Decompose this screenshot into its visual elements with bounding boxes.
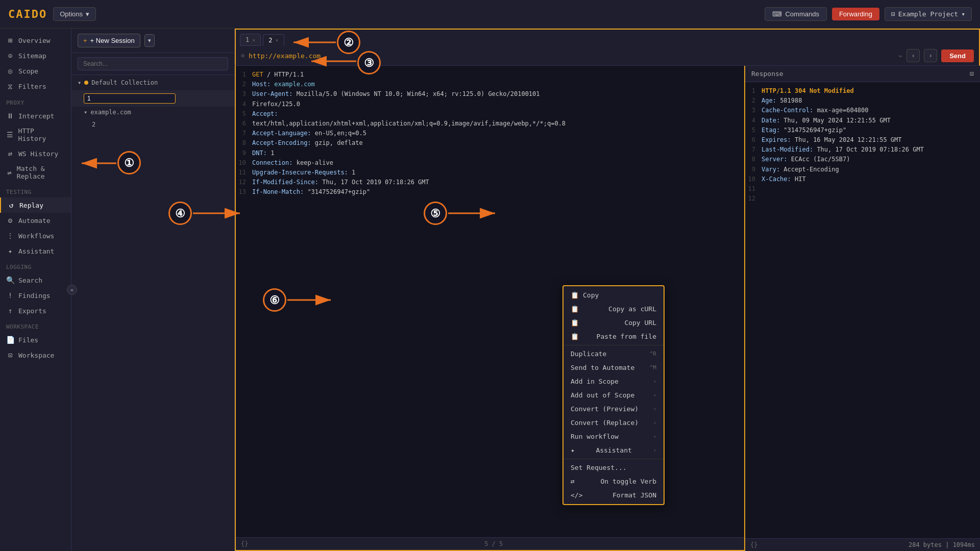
- request-item-1[interactable]: [71, 90, 234, 107]
- scope-icon: ◎: [6, 67, 14, 75]
- context-item-convert-preview[interactable]: Convert (Preview) ›: [564, 402, 664, 416]
- context-item-paste-file[interactable]: 📋 Paste from file: [564, 330, 664, 343]
- tab-1[interactable]: 1 ✕: [240, 34, 261, 46]
- context-item-duplicate[interactable]: Duplicate ^R: [564, 347, 664, 361]
- sidebar-item-intercept[interactable]: ⏸ Intercept: [0, 108, 71, 123]
- code-line: 7 Accept-Language: en-US,en;q=0.5: [236, 129, 744, 138]
- set-request-label: Set Request...: [571, 464, 627, 471]
- expand-icon[interactable]: ⊡: [970, 70, 974, 78]
- logging-section-label: Logging: [0, 259, 71, 272]
- content-area: 1 ✕ 2 ✕ ⊙ http://example.com ✏ ‹ › Send: [235, 29, 980, 551]
- request-item-2[interactable]: 2: [71, 118, 234, 131]
- send-button[interactable]: Send: [941, 49, 974, 62]
- code-line: 12 If-Modified-Since: Thu, 17 Oct 2019 0…: [236, 178, 744, 187]
- duplicate-label: Duplicate: [571, 350, 606, 358]
- tab-2-close-icon[interactable]: ✕: [276, 37, 279, 43]
- sidebar-item-files[interactable]: 📄 Files: [0, 332, 71, 347]
- sidebar-item-automate[interactable]: ⚙ Automate: [0, 213, 71, 228]
- copy-url-icon: 📋: [571, 319, 579, 327]
- collection-header[interactable]: ▾ Default Collection: [71, 75, 234, 90]
- session-search-input[interactable]: [78, 57, 228, 70]
- arrow-icon: ›: [653, 392, 656, 398]
- request-code-area[interactable]: 1 GET / HTTP/1.1 2 Host: example.com 3 U…: [236, 66, 744, 537]
- nav-next-button[interactable]: ›: [924, 49, 937, 62]
- run-workflow-label: Run workflow: [571, 433, 619, 440]
- code-line: 2 Host: example.com: [236, 80, 744, 89]
- context-item-run-workflow[interactable]: Run workflow ›: [564, 430, 664, 443]
- sidebar-item-scope[interactable]: ◎ Scope: [0, 63, 71, 79]
- assistant-label: Assistant: [596, 446, 631, 454]
- sidebar-item-workflows[interactable]: ⋮ Workflows: [0, 228, 71, 243]
- findings-icon: !: [6, 291, 14, 299]
- tab-1-close-icon[interactable]: ✕: [252, 37, 255, 43]
- context-item-send-automate[interactable]: Send to Automate ^M: [564, 361, 664, 374]
- sidebar-item-overview[interactable]: ⊞ Overview: [0, 33, 71, 48]
- sidebar-item-replay[interactable]: ↺ Replay: [0, 197, 71, 213]
- response-code-area[interactable]: 1 HTTP/1.1 304 Not Modified 2 Age: 58198…: [745, 82, 980, 538]
- host-group-example[interactable]: ▾ example.com: [71, 107, 234, 118]
- context-item-copy-url[interactable]: 📋 Copy URL: [564, 316, 664, 330]
- project-selector[interactable]: ⊡ Example Project ▾: [885, 7, 972, 21]
- response-header: Response ⊡: [745, 66, 980, 82]
- new-session-button[interactable]: + + New Session: [78, 34, 140, 47]
- context-item-copy-curl[interactable]: 📋 Copy as cURL: [564, 302, 664, 316]
- response-size-time: 284 bytes | 1094ms: [909, 541, 975, 548]
- assistant-icon: ✦: [6, 247, 14, 255]
- context-item-assistant[interactable]: ✦ Assistant ›: [564, 443, 664, 457]
- url-clock-icon: ⊙: [241, 52, 244, 59]
- context-item-add-scope[interactable]: Add in Scope ›: [564, 374, 664, 388]
- context-item-toggle-verb[interactable]: ⇄ On toggle Verb: [564, 474, 664, 488]
- context-item-copy[interactable]: 📋 Copy: [564, 288, 664, 302]
- code-line: 9 DNT: 1: [236, 148, 744, 158]
- sidebar-item-exports[interactable]: ↑ Exports: [0, 303, 71, 318]
- code-line: 11: [745, 184, 980, 194]
- sidebar-item-label: Automate: [18, 217, 51, 224]
- topbar-right: ⌨ Commands Forwarding ⊡ Example Project …: [765, 7, 972, 21]
- session-header: + + New Session ▾: [71, 29, 234, 53]
- proxy-section-label: Proxy: [0, 94, 71, 108]
- sidebar-collapse-button[interactable]: «: [67, 285, 77, 295]
- sidebar-item-match-replace[interactable]: ⇌ Match & Replace: [0, 161, 71, 184]
- paste-file-icon: 📋: [571, 333, 579, 340]
- context-divider-2: [564, 459, 664, 459]
- tab-2[interactable]: 2 ✕: [263, 34, 284, 46]
- copy-icon: 📋: [571, 291, 579, 299]
- sidebar-item-sitemap[interactable]: ⊙ Sitemap: [0, 48, 71, 63]
- sidebar-item-http-history[interactable]: ☰ HTTP History: [0, 123, 71, 146]
- collection-name: Default Collection: [91, 79, 158, 86]
- context-item-set-request[interactable]: Set Request...: [564, 461, 664, 474]
- sidebar-item-assistant[interactable]: ✦ Assistant: [0, 243, 71, 259]
- edit-url-icon[interactable]: ✏: [899, 52, 902, 59]
- toggle-verb-label: On toggle Verb: [600, 478, 656, 485]
- tab-2-label: 2: [268, 37, 272, 44]
- replay-icon: ↺: [7, 201, 15, 209]
- request-name-input[interactable]: [84, 93, 176, 104]
- sidebar-item-findings[interactable]: ! Findings: [0, 288, 71, 303]
- sidebar-item-filters[interactable]: ⧖ Filters: [0, 79, 71, 94]
- context-item-add-out-scope[interactable]: Add out of Scope ›: [564, 388, 664, 402]
- sidebar-item-ws-history[interactable]: ⇄ WS History: [0, 146, 71, 161]
- context-item-format-json[interactable]: </> Format JSON: [564, 488, 664, 502]
- topbar-left: CAIDO Options ▾: [8, 7, 96, 21]
- sidebar-item-workspace[interactable]: ⊡ Workspace: [0, 347, 71, 363]
- host-label: example.com: [90, 109, 131, 116]
- sidebar-item-label: Search: [18, 277, 42, 284]
- code-line: 12: [745, 194, 980, 204]
- assistant-icon: ✦: [571, 446, 575, 454]
- sidebar-item-label: Replay: [19, 202, 43, 209]
- context-item-convert-replace[interactable]: Convert (Replace) ›: [564, 416, 664, 430]
- context-label: Copy as cURL: [608, 305, 656, 313]
- copy-curl-icon: 📋: [571, 305, 579, 313]
- sidebar-item-search[interactable]: 🔍 Search: [0, 272, 71, 288]
- commands-button[interactable]: ⌨ Commands: [765, 7, 826, 21]
- toggle-verb-icon: ⇄: [571, 478, 575, 485]
- forwarding-button[interactable]: Forwarding: [832, 8, 879, 20]
- code-line: 1 HTTP/1.1 304 Not Modified: [745, 86, 980, 96]
- response-title: Response: [751, 70, 783, 78]
- nav-prev-button[interactable]: ‹: [906, 49, 920, 62]
- code-line: 8 Accept-Encoding: gzip, deflate: [236, 138, 744, 148]
- new-session-dropdown-button[interactable]: ▾: [144, 34, 155, 47]
- code-line: 10 Connection: keep-alive: [236, 158, 744, 168]
- options-button[interactable]: Options ▾: [53, 7, 96, 21]
- workspace-icon: ⊡: [6, 351, 14, 359]
